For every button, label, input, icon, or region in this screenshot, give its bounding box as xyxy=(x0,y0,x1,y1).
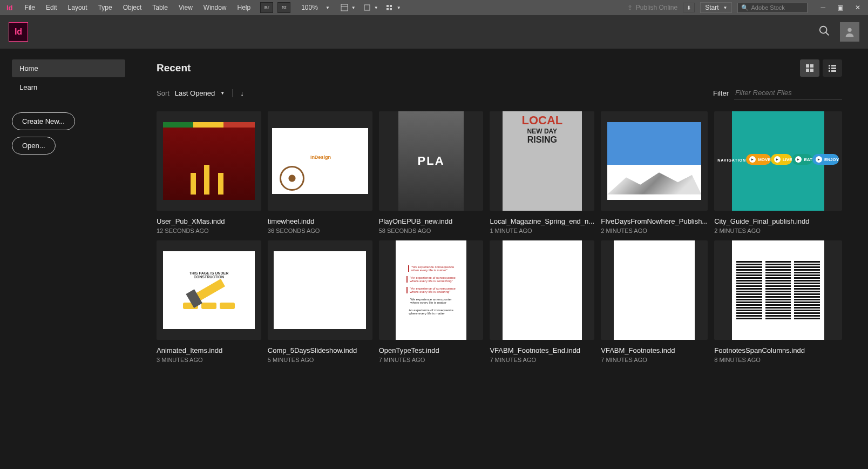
file-thumbnail[interactable]: THIS PAGE IS UNDER CONSTRUCTION xyxy=(157,240,261,340)
file-timestamp: 7 MINUTES AGO xyxy=(490,357,594,363)
file-name: Animated_Items.indd xyxy=(157,346,261,354)
svg-line-8 xyxy=(826,32,829,35)
file-thumbnail[interactable] xyxy=(157,111,261,211)
grid-icon xyxy=(805,64,814,72)
menu-layout[interactable]: Layout xyxy=(63,1,93,15)
sort-label: Sort xyxy=(157,89,169,97)
file-thumbnail[interactable] xyxy=(601,240,708,340)
file-card[interactable]: InDesign timewheel.indd 36 SECONDS AGO xyxy=(268,111,372,234)
file-card[interactable]: VFABM_Footnotes.indd 7 MINUTES AGO xyxy=(601,240,708,363)
file-timestamp: 2 MINUTES AGO xyxy=(714,227,842,234)
page-title: Recent xyxy=(157,62,191,74)
grid-view-button[interactable] xyxy=(800,59,819,77)
open-button[interactable]: Open... xyxy=(12,137,56,155)
zoom-dropdown[interactable]: 100% ▼ xyxy=(298,3,330,12)
file-card[interactable]: User_Pub_XMas.indd 12 SECONDS AGO xyxy=(157,111,261,234)
cloud-upload-icon: ⇪ xyxy=(627,4,633,11)
file-thumbnail[interactable] xyxy=(714,240,842,340)
menubar: Id File Edit Layout Type Object Table Vi… xyxy=(0,0,868,15)
svg-rect-0 xyxy=(341,4,348,11)
file-name: City_Guide_Final_publish.indd xyxy=(714,217,842,225)
view-option-2[interactable]: ▼ xyxy=(363,4,378,11)
menu-window[interactable]: Window xyxy=(198,1,232,15)
stock-icon[interactable]: St xyxy=(277,2,290,13)
recent-files-grid: User_Pub_XMas.indd 12 SECONDS AGO InDesi… xyxy=(157,111,842,363)
minimize-button[interactable]: ─ xyxy=(817,3,829,12)
view-options-group: ▼ ▼ ▼ xyxy=(341,4,401,11)
sort-direction-button[interactable]: ↓ xyxy=(232,89,244,97)
svg-rect-6 xyxy=(390,8,392,10)
menu-view[interactable]: View xyxy=(173,1,198,15)
sort-filter-row: Sort Last Opened ▼ ↓ Filter xyxy=(157,86,842,99)
svg-point-7 xyxy=(820,26,827,33)
sidebar: Home Learn Create New... Open... xyxy=(0,49,140,469)
file-thumbnail[interactable]: "We experience consequencewhen every lif… xyxy=(379,240,484,340)
file-card[interactable]: LOCALNEW DAYRISING Local_Magazine_Spring… xyxy=(490,111,594,234)
file-card[interactable]: VFABM_Footnotes_End.indd 7 MINUTES AGO xyxy=(490,240,594,363)
menu-object[interactable]: Object xyxy=(118,1,147,15)
search-icon[interactable] xyxy=(818,25,830,39)
file-name: Comp_5DaysSlideshow.indd xyxy=(268,346,372,354)
adobe-stock-search[interactable]: 🔍 Adobe Stock xyxy=(737,3,808,13)
menu-file[interactable]: File xyxy=(19,1,40,15)
menubar-right: ⇪ Publish Online ⬇ Start ▼ 🔍 Adobe Stock… xyxy=(627,2,868,13)
file-card[interactable]: "We experience consequencewhen every lif… xyxy=(379,240,484,363)
view-option-3[interactable]: ▼ xyxy=(386,4,401,11)
filter-input[interactable] xyxy=(734,86,842,99)
bridge-icon[interactable]: Br xyxy=(260,2,273,13)
filter-area: Filter xyxy=(713,86,842,99)
file-thumbnail[interactable]: NAVIGATION▸MOVE▸LIVE▸EAT▸ENJOY xyxy=(714,111,842,211)
menu-edit[interactable]: Edit xyxy=(40,1,63,15)
home-topbar: Id xyxy=(0,15,868,49)
menu-type[interactable]: Type xyxy=(93,1,118,15)
file-card[interactable]: PLA PlayOnEPUB_new.indd 58 SECONDS AGO xyxy=(379,111,484,234)
indesign-logo: Id xyxy=(9,22,28,42)
svg-rect-10 xyxy=(806,64,809,68)
file-name: timewheel.indd xyxy=(268,217,372,225)
file-name: FIveDaysFromNowhere_Publish... xyxy=(601,217,708,225)
sidebar-item-home[interactable]: Home xyxy=(12,59,125,77)
file-card[interactable]: Comp_5DaysSlideshow.indd 5 MINUTES AGO xyxy=(268,240,372,363)
file-name: VFABM_Footnotes.indd xyxy=(601,346,708,354)
file-thumbnail[interactable] xyxy=(490,240,594,340)
file-card[interactable]: FIveDaysFromNowhere_Publish... 2 MINUTES… xyxy=(601,111,708,234)
file-timestamp: 1 MINUTE AGO xyxy=(490,227,594,234)
menu-table[interactable]: Table xyxy=(147,1,173,15)
file-thumbnail[interactable]: PLA xyxy=(379,111,484,211)
sort-dropdown[interactable]: Last Opened ▼ xyxy=(175,89,225,97)
file-timestamp: 7 MINUTES AGO xyxy=(601,357,708,363)
view-option-1[interactable]: ▼ xyxy=(341,4,356,11)
svg-rect-19 xyxy=(831,70,836,72)
publish-online-button[interactable]: ⇪ Publish Online xyxy=(627,4,677,11)
svg-rect-5 xyxy=(386,8,389,10)
svg-rect-16 xyxy=(829,68,830,69)
sidebar-item-learn[interactable]: Learn xyxy=(12,78,125,96)
main-content: Recent Sort Last Opened ▼ ↓ Filter xyxy=(140,49,868,469)
sidebar-nav: Home Learn xyxy=(12,59,128,96)
list-view-button[interactable] xyxy=(823,59,842,77)
svg-rect-17 xyxy=(831,68,836,69)
file-thumbnail[interactable]: LOCALNEW DAYRISING xyxy=(490,111,594,211)
file-thumbnail[interactable] xyxy=(601,111,708,211)
file-thumbnail[interactable] xyxy=(268,240,372,340)
view-toggle xyxy=(800,59,842,77)
list-icon xyxy=(828,64,837,72)
recent-header: Recent xyxy=(157,59,842,77)
file-name: OpenTypeTest.indd xyxy=(379,346,484,354)
file-timestamp: 36 SECONDS AGO xyxy=(268,227,372,234)
file-card[interactable]: FootnotesSpanColumns.indd 8 MINUTES AGO xyxy=(714,240,842,363)
workspace-dropdown[interactable]: Start ▼ xyxy=(700,2,732,13)
file-thumbnail[interactable]: InDesign xyxy=(268,111,372,211)
file-name: VFABM_Footnotes_End.indd xyxy=(490,346,594,354)
file-card[interactable]: NAVIGATION▸MOVE▸LIVE▸EAT▸ENJOY City_Guid… xyxy=(714,111,842,234)
user-avatar[interactable] xyxy=(840,22,859,42)
close-button[interactable]: ✕ xyxy=(852,3,864,12)
menu-help[interactable]: Help xyxy=(232,1,256,15)
sync-settings-icon[interactable]: ⬇ xyxy=(683,3,695,12)
svg-rect-3 xyxy=(386,5,389,7)
file-card[interactable]: THIS PAGE IS UNDER CONSTRUCTION Animated… xyxy=(157,240,261,363)
maximize-button[interactable]: ▣ xyxy=(834,3,846,12)
svg-rect-15 xyxy=(831,65,836,66)
file-name: Local_Magazine_Spring_end_n... xyxy=(490,217,594,225)
create-new-button[interactable]: Create New... xyxy=(12,112,75,130)
